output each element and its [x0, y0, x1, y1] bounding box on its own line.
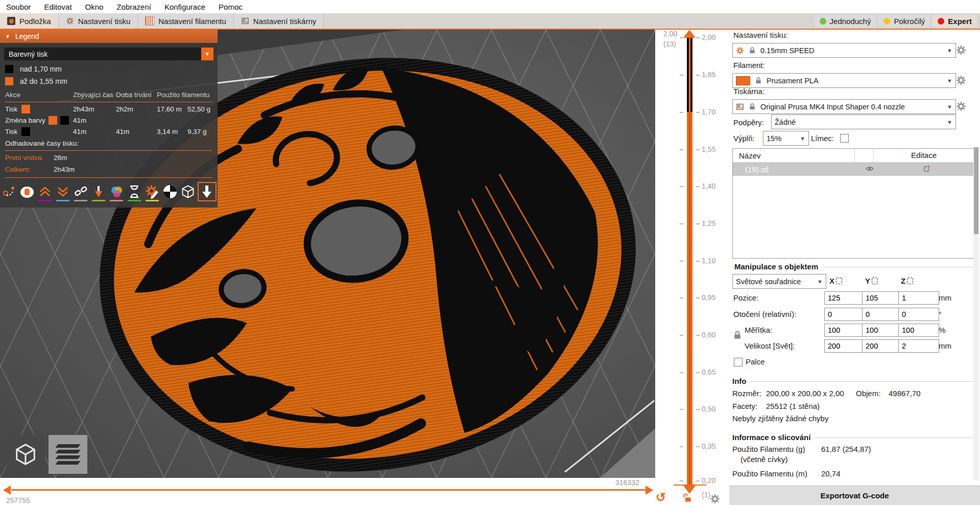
position-x-input[interactable] [824, 291, 865, 305]
size-y-input[interactable] [862, 339, 903, 353]
rotation-unit: ° [939, 310, 942, 318]
uniform-scale-lock-icon[interactable] [732, 330, 743, 340]
lock-icon [748, 47, 756, 55]
mode-advanced-button[interactable]: Pokročilý [878, 15, 930, 27]
supports-label: Podpěry: [733, 118, 764, 127]
layer-slider-top-thumb[interactable] [683, 30, 696, 38]
chevron-down-icon: ▼ [817, 279, 823, 285]
tick-label: 0,95 [702, 293, 715, 302]
menu-item-soubor[interactable]: Soubor [6, 3, 31, 11]
filament-value: Prusament PLA [767, 77, 819, 85]
wipe-icon[interactable] [19, 184, 35, 199]
color-change-icon[interactable] [108, 184, 124, 199]
menu-item-pomoc[interactable]: Pomoc [219, 3, 243, 11]
tool-change-icon[interactable] [90, 184, 106, 199]
undo-icon[interactable]: ↺ [656, 492, 666, 503]
h-slider-right-arrow-icon[interactable] [646, 486, 653, 495]
tick-label: 1,70 [702, 108, 715, 116]
tab-platter-label: Podložka [19, 17, 51, 26]
pause-print-icon[interactable] [126, 184, 142, 199]
horizontal-move-slider[interactable] [11, 489, 648, 491]
rotation-y-input[interactable] [862, 308, 903, 321]
tab-filament-settings[interactable]: Nastavení filamentu [138, 13, 234, 29]
custom-gcode-icon[interactable] [144, 184, 160, 199]
menu-item-zobrazeni[interactable]: Zobrazení [116, 3, 151, 11]
expert-mode-dot-icon [938, 18, 944, 25]
settings-gear-icon[interactable] [710, 494, 720, 504]
size-x-input[interactable] [824, 339, 865, 353]
printer-select[interactable]: Original Prusa MK4 Input Shaper 0.4 nozz… [732, 99, 956, 114]
scale-x-input[interactable] [824, 324, 865, 337]
filament-label: Filament: [733, 61, 765, 70]
export-gcode-button[interactable]: Exportovat G-code [729, 486, 980, 505]
legend-range-item: nad 1,70 mm [0, 63, 218, 75]
scale-z-input[interactable] [898, 324, 939, 337]
unlock-icon[interactable] [682, 493, 692, 503]
h-slider-left-arrow-icon[interactable] [3, 486, 11, 495]
no-errors-text: Nebyly zjištěny žádné chyby [732, 414, 828, 423]
infill-select[interactable]: 15% ▼ [763, 131, 809, 146]
object-list: Název Editace (19).stl [732, 148, 974, 259]
coordinates-select[interactable]: Světové souřadnice ▼ [732, 274, 826, 289]
facets-label: Facety: [732, 402, 757, 410]
tick-label: 0,35 [702, 442, 715, 450]
first-layer-row: První vrstva: 26m [5, 152, 212, 164]
shells-icon[interactable] [180, 184, 196, 199]
printer-icon [736, 103, 744, 111]
filament-select[interactable]: Prusament PLA ▼ [732, 73, 956, 88]
tab-printer-settings[interactable]: Nastavení tiskárny [234, 13, 324, 29]
view-type-select[interactable]: Barevný tisk ▼ [4, 48, 213, 60]
position-z-input[interactable] [898, 291, 939, 305]
scale-y-input[interactable] [862, 324, 903, 337]
tab-print-settings[interactable]: Nastavení tisku [59, 13, 138, 29]
size-z-input[interactable] [898, 339, 939, 353]
axis-z-header: Z [901, 277, 913, 285]
mode-expert-button[interactable]: Expert [933, 15, 977, 27]
position-y-input[interactable] [862, 291, 903, 305]
facets-value: 25512 (1 stěna) [766, 402, 820, 410]
object-row[interactable]: (19).stl [733, 163, 974, 176]
chevron-down-icon: ▼ [947, 48, 952, 54]
eye-icon[interactable] [866, 165, 874, 173]
tab-platter[interactable]: Podložka [0, 13, 59, 29]
sidebar-scrollbar-thumb[interactable] [974, 147, 978, 234]
filament-gear-button[interactable] [955, 74, 967, 86]
view-layers-button[interactable] [49, 435, 87, 474]
center-of-gravity-icon[interactable] [162, 184, 178, 199]
edit-object-icon[interactable] [922, 165, 930, 173]
printer-gear-button[interactable] [955, 100, 967, 112]
feature-arrow-icon[interactable] [198, 182, 217, 201]
rotation-z-input[interactable] [898, 308, 939, 321]
tick-label: 0,80 [702, 331, 715, 339]
print-profile-select[interactable]: 0.15mm SPEED ▼ [732, 43, 956, 58]
advanced-mode-dot-icon [883, 18, 890, 25]
lock-icon [748, 103, 756, 111]
mode-simple-button[interactable]: Jednoduchý [815, 15, 876, 27]
mode-switcher: Jednoduchý Pokročilý Expert [815, 15, 977, 27]
layer-slider-track-orange[interactable] [687, 112, 692, 485]
menu-item-okno[interactable]: Okno [85, 3, 104, 11]
view-type-value: Barevný tisk [9, 50, 47, 58]
position-label: Pozice: [733, 293, 758, 302]
legend-header[interactable]: ▼ Legend [0, 30, 218, 43]
rotation-x-input[interactable] [824, 308, 865, 321]
retractions-icon[interactable] [37, 184, 53, 199]
travel-icon[interactable] [1, 184, 17, 199]
view-3d-button[interactable] [6, 435, 45, 474]
print-settings-gear-button[interactable] [955, 44, 967, 56]
deretractions-icon[interactable] [55, 184, 70, 199]
inches-checkbox[interactable] [734, 358, 743, 366]
color-swatch [5, 77, 13, 85]
chevron-down-icon: ▼ [947, 119, 952, 125]
color-swatch [21, 105, 30, 113]
dropdown-arrow-icon[interactable]: ▼ [201, 48, 213, 60]
brim-checkbox[interactable] [840, 134, 849, 143]
menu-item-editovat[interactable]: Editovat [44, 3, 71, 11]
supports-select[interactable]: Žádné ▼ [771, 114, 956, 129]
seams-icon[interactable] [73, 184, 88, 199]
scale-label: Měřítka: [745, 326, 772, 334]
object-list-header: Název Editace [733, 149, 974, 163]
h-slider-right-value: 316332 [615, 478, 639, 487]
layer-slider-track-black[interactable] [687, 37, 692, 112]
menu-item-konfigurace[interactable]: Konfigurace [164, 3, 205, 11]
